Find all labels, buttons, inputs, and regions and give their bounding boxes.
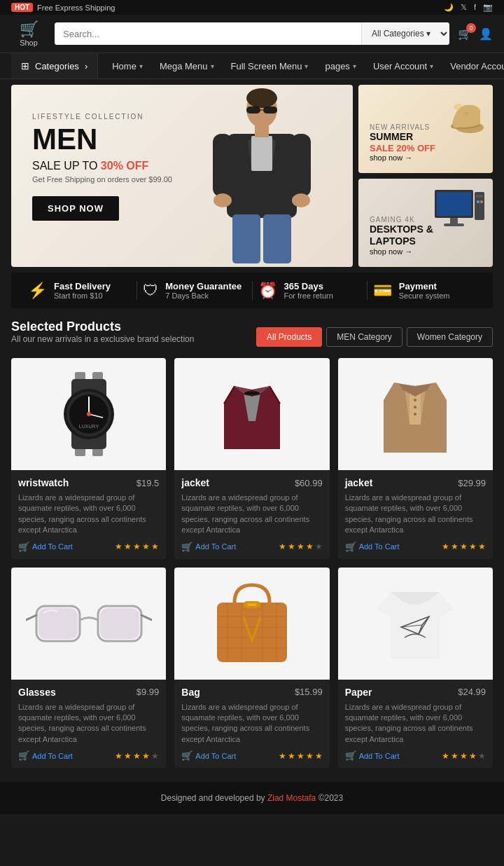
rating-glasses: ★ ★ ★ ★ ★ <box>115 751 159 761</box>
logo-label: Shop <box>20 39 38 47</box>
nav-links: Home ▾ Mega Menu ▾ Full Screen Menu ▾ pa… <box>98 54 504 78</box>
add-to-cart-paper[interactable]: 🛒 Add To Cart <box>345 750 400 761</box>
filter-men-category[interactable]: MEN Category <box>326 327 402 347</box>
svg-rect-21 <box>450 218 458 224</box>
categories-button[interactable]: ⊞ Categories › <box>11 53 98 78</box>
product-card-paper[interactable]: Paper $24.99 Lizards are a widespread gr… <box>338 568 493 769</box>
add-to-cart-jacket1[interactable]: 🛒 Add To Cart <box>181 542 236 552</box>
filter-tabs: All Products MEN Category Women Category <box>256 327 493 347</box>
jacket2-svg <box>373 365 457 463</box>
product-card-glasses[interactable]: Glasses $9.99 Lizards are a widespread g… <box>11 568 166 769</box>
guarantee-title: Money Guarantee <box>165 281 241 291</box>
product-image-glasses <box>11 568 166 680</box>
nav-pages[interactable]: pages ▾ <box>318 54 363 78</box>
grid-icon: ⊞ <box>21 60 29 71</box>
product-card-bag[interactable]: Bag $15.99 Lizards are a widespread grou… <box>174 568 329 769</box>
add-to-cart-glasses[interactable]: 🛒 Add To Cart <box>18 750 73 761</box>
nav-user-account[interactable]: User Account ▾ <box>366 54 440 78</box>
cart-icon-jacket2: 🛒 <box>345 542 356 552</box>
hero-side-card-summer: NEW ARRIVALS SUMMER SALE 20% OFF shop no… <box>358 85 493 173</box>
categories-label: Categories <box>35 61 79 71</box>
moon-icon[interactable]: 🌙 <box>444 3 454 12</box>
hero-percent: 30% OFF <box>101 160 148 172</box>
product-name-wristwatch: wristwatch <box>18 477 69 488</box>
guarantee-sub: 7 Days Back <box>165 291 241 300</box>
feature-fast-delivery: ⚡ Fast Delivery Start from $10 <box>22 281 137 300</box>
category-select[interactable]: All Categories ▾ <box>361 22 449 45</box>
product-card-wristwatch[interactable]: LUXURY wristwatch $19.5 Lizards are a wi… <box>11 358 166 559</box>
search-input[interactable] <box>55 23 361 45</box>
summer-shop-link[interactable]: shop now → <box>370 153 482 162</box>
rating-wristwatch: ★ ★ ★ ★ ★ <box>115 542 159 551</box>
payment-title: Payment <box>399 281 450 291</box>
section-subtitle: All our new arrivals in a exclusive bran… <box>11 334 194 344</box>
product-card-jacket1[interactable]: jacket $60.99 Lizards are a widespread g… <box>174 358 329 559</box>
product-info-bag: Bag $15.99 Lizards are a widespread grou… <box>174 680 329 769</box>
nav-home[interactable]: Home ▾ <box>105 54 150 78</box>
hero-main-banner: LIFESTYLE COLLECTION MEN SALE UP TO 30% … <box>11 85 353 267</box>
svg-rect-22 <box>444 224 464 226</box>
product-name-glasses: Glasses <box>18 687 56 698</box>
cart-icon-paper: 🛒 <box>345 750 356 761</box>
product-price-paper: $24.99 <box>458 687 486 697</box>
add-to-cart-wristwatch[interactable]: 🛒 Add To Cart <box>18 542 73 552</box>
svg-rect-40 <box>245 392 259 394</box>
footer-brand: Ziad Mostafa <box>267 793 316 803</box>
product-price-jacket1: $60.99 <box>295 478 323 488</box>
cart-icon-bag: 🛒 <box>181 750 192 761</box>
products-grid-row2: Glasses $9.99 Lizards are a widespread g… <box>11 568 493 769</box>
svg-rect-45 <box>387 400 394 421</box>
add-to-cart-jacket2[interactable]: 🛒 Add To Cart <box>345 542 400 552</box>
hot-badge: HOT <box>11 3 33 12</box>
filter-women-category[interactable]: Women Category <box>407 327 493 347</box>
instagram-icon[interactable]: 📷 <box>483 3 493 12</box>
svg-rect-6 <box>213 134 232 197</box>
product-desc-glasses: Lizards are a widespread group of squama… <box>18 702 159 745</box>
product-image-jacket1 <box>174 358 329 470</box>
cart-logo-icon: 🛒 <box>20 20 38 39</box>
hero-shop-now-button[interactable]: SHOP NOW <box>32 196 119 221</box>
gaming-shop-link[interactable]: shop now → <box>370 247 482 256</box>
product-name-jacket2: jacket <box>345 477 373 488</box>
svg-point-8 <box>214 193 232 207</box>
days-title: 365 Days <box>284 281 333 291</box>
shoes-image <box>431 90 487 139</box>
nav-vendor-account[interactable]: Vendor Account ▾ <box>443 54 504 78</box>
header: 🛒 Shop All Categories ▾ 🛒 0 👤 <box>0 15 504 53</box>
footer-year: ©2023 <box>318 793 344 803</box>
svg-rect-14 <box>263 106 277 114</box>
hero-model-svg <box>206 88 318 263</box>
svg-line-52 <box>141 615 152 620</box>
product-info-jacket1: jacket $60.99 Lizards are a widespread g… <box>174 470 329 559</box>
cart-icon-jacket1: 🛒 <box>181 542 192 552</box>
product-desc-wristwatch: Lizards are a widespread group of squama… <box>18 493 159 536</box>
product-price-bag: $15.99 <box>295 687 323 697</box>
product-card-jacket2[interactable]: jacket $29.99 Lizards are a widespread g… <box>338 358 493 559</box>
logo[interactable]: 🛒 Shop <box>11 20 46 47</box>
top-bar: HOT Free Express Shipping 🌙 𝕏 f 📷 <box>0 0 504 15</box>
feature-money-guarantee: 🛡 Money Guarantee 7 Days Back <box>137 281 252 300</box>
computer-svg <box>431 186 487 232</box>
add-to-cart-bag[interactable]: 🛒 Add To Cart <box>181 750 236 761</box>
svg-rect-5 <box>251 136 272 171</box>
nav-mega-menu[interactable]: Mega Menu ▾ <box>153 54 221 78</box>
cart-icon-wrap[interactable]: 🛒 0 <box>458 27 472 41</box>
header-icons: 🛒 0 👤 <box>458 27 493 41</box>
svg-rect-41 <box>410 393 421 425</box>
user-icon[interactable]: 👤 <box>479 27 493 41</box>
svg-point-43 <box>414 406 416 408</box>
twitter-icon[interactable]: 𝕏 <box>461 3 467 12</box>
rating-bag: ★ ★ ★ ★ ★ <box>279 751 323 761</box>
user-arrow-icon: ▾ <box>430 62 433 70</box>
product-name-jacket1: jacket <box>181 477 209 488</box>
promo-text: Free Express Shipping <box>37 4 115 12</box>
svg-point-9 <box>292 193 310 207</box>
shield-icon: 🛡 <box>143 282 158 300</box>
facebook-icon[interactable]: f <box>474 3 476 12</box>
nav-full-screen[interactable]: Full Screen Menu ▾ <box>224 54 316 78</box>
cart-icon-wristwatch: 🛒 <box>18 542 29 552</box>
wristwatch-svg: LUXURY <box>47 369 131 460</box>
svg-point-37 <box>87 412 91 416</box>
filter-all-products[interactable]: All Products <box>256 327 322 347</box>
svg-rect-63 <box>247 603 257 606</box>
